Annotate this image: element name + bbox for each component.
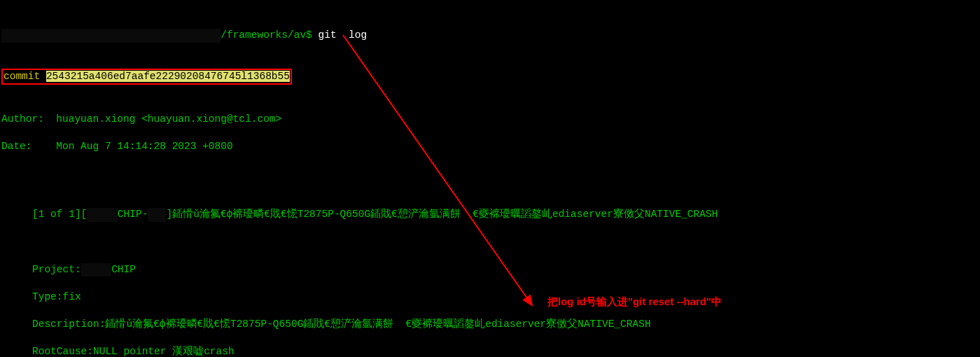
annotation-text: 把log id号输入进"git reset --hard"中 [547,295,722,309]
author-line: Author: huayuan.xiong <huayuan.xiong@tcl… [1,113,979,127]
description-line: Description:鍤愲ǔ瀹氟€ф褯瓇疄€戝€恡T2875P-Q650G鍤戝… [1,318,979,332]
subject-line: [1 of 1][█████CHIP-███]鍤愲ǔ瀹氟€ф褯瓇疄€戝€恡T28… [1,208,979,222]
terminal[interactable]: ████████████████████████████████████/fra… [1,1,979,357]
type-line: Type:fix [1,290,979,304]
commit-line: commit 2543215a406ed7aafe22290208476745l… [1,70,979,85]
commit-label: commit [4,71,46,82]
prompt-line-1: ████████████████████████████████████/fra… [1,29,979,43]
project-line: Project:█████CHIP [1,263,979,277]
commit-hash: 2543215a406ed7aafe22290208476745l1368b55 [46,71,290,82]
command-text: git log [318,29,368,41]
rootcause-line: RootCause:NULL pointer 漢艰嘘crash [1,345,979,357]
date-line: Date: Mon Aug 7 14:14:28 2023 +0800 [1,140,979,154]
censored-block: ████████████████████████████████████ [1,29,220,43]
path-text: /frameworks/av$ [220,29,312,41]
